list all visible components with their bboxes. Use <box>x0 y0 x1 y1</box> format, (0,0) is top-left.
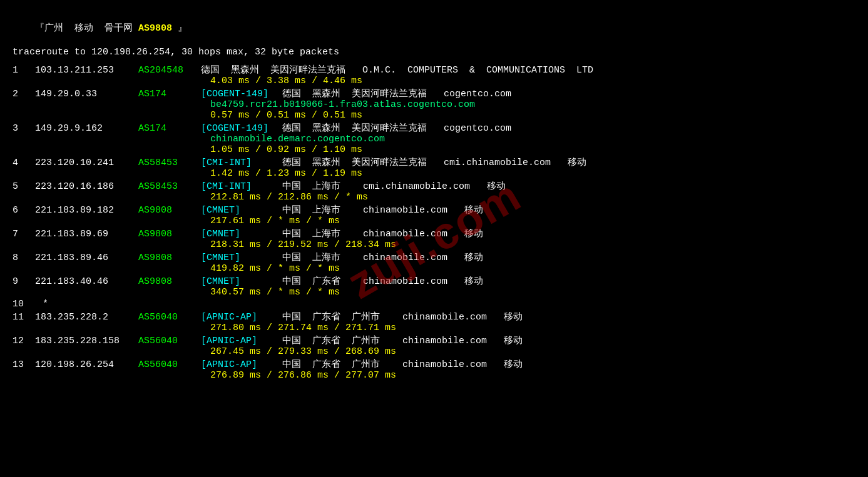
hop-num: 1 <box>13 65 35 76</box>
hop-line: 2 149.29.0.33 AS174 [COGENT-149] 德国 黑森州 … <box>13 88 855 99</box>
hop-timing: 271.80 ms / 271.74 ms / 271.71 ms <box>13 323 855 333</box>
hop-ip: 221.183.40.46 <box>35 276 138 287</box>
hop-geo: 中国 广东省 chinamobile.com 移动 <box>282 275 483 287</box>
hop-geo: 德国 黑森州 美因河畔法兰克福 O.M.C. COMPUTERS & COMMU… <box>201 64 593 76</box>
bracket-open: 『 <box>35 23 44 34</box>
hop-line: 9 221.183.40.46 AS9808 [CMNET] 中国 广东省 ch… <box>13 275 855 287</box>
hop-num: 10 <box>13 299 31 309</box>
hop-tag: [CMI-INT] <box>201 158 282 168</box>
hop-asn: AS9808 <box>138 253 201 263</box>
hop-ip: 223.120.16.186 <box>35 181 138 192</box>
bracket-close: 』 <box>172 23 187 34</box>
hop-timing: 267.45 ms / 279.33 ms / 268.69 ms <box>13 346 855 357</box>
hop-line: 3 149.29.9.162 AS174 [COGENT-149] 德国 黑森州… <box>13 122 855 134</box>
hop-block: 4 223.120.10.241 AS58453 [CMI-INT] 德国 黑森… <box>13 156 855 179</box>
hop-tag: [APNIC-AP] <box>201 359 282 370</box>
hop-asn: AS58453 <box>138 158 201 168</box>
hop-geo: 中国 广东省 广州市 chinamobile.com 移动 <box>282 358 523 370</box>
hop-geo: 中国 上海市 chinamobile.com 移动 <box>282 228 483 239</box>
asn-label: AS9808 <box>138 23 172 34</box>
hop-block: 2 149.29.0.33 AS174 [COGENT-149] 德国 黑森州 … <box>13 88 855 121</box>
hop-line: 8 221.183.89.46 AS9808 [CMNET] 中国 上海市 ch… <box>13 251 855 263</box>
hop-geo: 德国 黑森州 美因河畔法兰克福 cmi.chinamobile.com 移动 <box>282 156 586 168</box>
hop-line: 6 221.183.89.182 AS9808 [CMNET] 中国 上海市 c… <box>13 204 855 216</box>
hop-tag: [CMNET] <box>201 253 282 263</box>
hop-geo: 中国 上海市 cmi.chinamobile.com 移动 <box>282 180 506 192</box>
hop-asn: AS9808 <box>138 276 201 287</box>
hop-asn: AS56040 <box>138 359 201 370</box>
hop-ip: 221.183.89.46 <box>35 253 138 263</box>
hop-timing: 1.05 ms / 0.92 ms / 1.10 ms <box>13 144 855 155</box>
hop-block: 13 120.198.26.254 AS56040 [APNIC-AP] 中国 … <box>13 358 855 381</box>
hop-num: 4 <box>13 158 35 168</box>
hop-tag: [CMI-INT] <box>201 181 282 192</box>
hop-line: 12 183.235.228.158 AS56040 [APNIC-AP] 中国… <box>13 334 855 346</box>
hop-tag: [CMNET] <box>201 276 282 287</box>
hop-tag: [COGENT-149] <box>201 123 282 134</box>
hop-num: 3 <box>13 123 35 134</box>
hop-geo: 中国 广东省 广州市 chinamobile.com 移动 <box>282 334 523 346</box>
hop-tag: [APNIC-AP] <box>201 336 282 346</box>
traceroute-command: traceroute to 120.198.26.254, 30 hops ma… <box>13 47 855 58</box>
hop-asn: AS9808 <box>138 205 201 216</box>
hops-container: 1 103.13.211.253 AS204548 德国 黑森州 美因河畔法兰克… <box>13 64 855 381</box>
hop-block: 1 103.13.211.253 AS204548 德国 黑森州 美因河畔法兰克… <box>13 64 855 86</box>
hop-asn: AS56040 <box>138 312 201 323</box>
hop-line: 5 223.120.16.186 AS58453 [CMI-INT] 中国 上海… <box>13 180 855 192</box>
hop-timing: 218.31 ms / 219.52 ms / 218.34 ms <box>13 239 855 250</box>
hop-ip: 223.120.10.241 <box>35 158 138 168</box>
hop-block: 11 183.235.228.2 AS56040 [APNIC-AP] 中国 广… <box>13 311 855 333</box>
hop-geo: 德国 黑森州 美因河畔法兰克福 cogentco.com <box>282 88 511 99</box>
hop-num: 9 <box>13 276 35 287</box>
hop-hostname: chinamobile.demarc.cogentco.com <box>13 134 855 144</box>
hop-line: 11 183.235.228.2 AS56040 [APNIC-AP] 中国 广… <box>13 311 855 323</box>
hop-asn: AS9808 <box>138 229 201 239</box>
hop-asn: AS204548 <box>138 65 201 76</box>
hop-ip: 183.235.228.2 <box>35 312 138 323</box>
hop-ip: 120.198.26.254 <box>35 359 138 370</box>
hop-block: 8 221.183.89.46 AS9808 [CMNET] 中国 上海市 ch… <box>13 251 855 274</box>
hop-num: 7 <box>13 229 35 239</box>
hop-geo: 德国 黑森州 美因河畔法兰克福 cogentco.com <box>282 122 511 134</box>
hop-timing: 419.82 ms / * ms / * ms <box>13 263 855 274</box>
hop-ip: 149.29.9.162 <box>35 123 138 134</box>
hop-block: 3 149.29.9.162 AS174 [COGENT-149] 德国 黑森州… <box>13 122 855 155</box>
hop-ip: 149.29.0.33 <box>35 89 138 99</box>
hop-num: 5 <box>13 181 35 192</box>
hop-line: 7 221.183.89.69 AS9808 [CMNET] 中国 上海市 ch… <box>13 228 855 239</box>
hop-num: 13 <box>13 359 35 370</box>
hop-num: 11 <box>13 312 35 323</box>
header-title: 『广州 移动 骨干网 AS9808 』 <box>13 11 855 44</box>
hop-timing: 217.61 ms / * ms / * ms <box>13 216 855 226</box>
hop-timing: 276.89 ms / 276.86 ms / 277.07 ms <box>13 370 855 381</box>
hop-ip: 183.235.228.158 <box>35 336 138 346</box>
hop-tag: [CMNET] <box>201 205 282 216</box>
hop-timing: 1.42 ms / 1.23 ms / 1.19 ms <box>13 168 855 179</box>
hop-asn: AS174 <box>138 89 201 99</box>
hop-block: 7 221.183.89.69 AS9808 [CMNET] 中国 上海市 ch… <box>13 228 855 250</box>
hop-tag: [CMNET] <box>201 229 282 239</box>
hop-timing: 340.57 ms / * ms / * ms <box>13 287 855 298</box>
hop-num: 12 <box>13 336 35 346</box>
hop-block: 10 * <box>13 299 855 309</box>
hop-num: 6 <box>13 205 35 216</box>
hop-block: 6 221.183.89.182 AS9808 [CMNET] 中国 上海市 c… <box>13 204 855 226</box>
hop-line: 1 103.13.211.253 AS204548 德国 黑森州 美因河畔法兰克… <box>13 64 855 76</box>
hop-timing: 4.03 ms / 3.38 ms / 4.46 ms <box>13 76 855 86</box>
hop-timing: 212.81 ms / 212.86 ms / * ms <box>13 192 855 203</box>
hop-block: 5 223.120.16.186 AS58453 [CMI-INT] 中国 上海… <box>13 180 855 203</box>
hop-geo: 中国 上海市 chinamobile.com 移动 <box>282 204 483 216</box>
hop-geo: 中国 广东省 广州市 chinamobile.com 移动 <box>282 311 523 323</box>
hop-tag: [APNIC-AP] <box>201 312 282 323</box>
hop-hostname: be4759.rcr21.b019066-1.fra03.atlas.cogen… <box>13 99 855 110</box>
hop-asn: AS174 <box>138 123 201 134</box>
hop-asn: AS56040 <box>138 336 201 346</box>
hop-asn: AS58453 <box>138 181 201 192</box>
hop-line: 4 223.120.10.241 AS58453 [CMI-INT] 德国 黑森… <box>13 156 855 168</box>
city-text: 广州 移动 骨干网 <box>44 23 138 34</box>
hop-num: 2 <box>13 89 35 99</box>
hop-geo: 中国 上海市 chinamobile.com 移动 <box>282 251 483 263</box>
hop-star: * <box>31 299 48 309</box>
hop-ip: 221.183.89.69 <box>35 229 138 239</box>
hop-timing: 0.57 ms / 0.51 ms / 0.51 ms <box>13 110 855 121</box>
